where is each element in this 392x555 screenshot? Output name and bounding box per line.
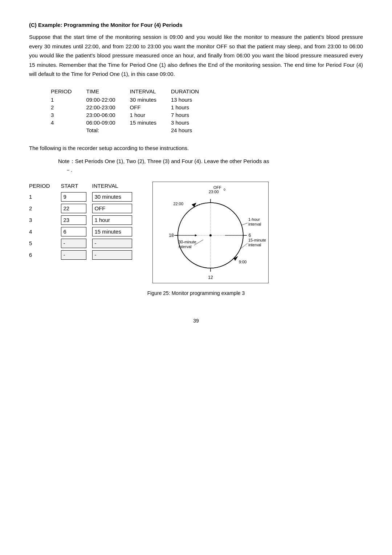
cell-start-3: 23	[61, 214, 92, 226]
cell-duration: 3 hours	[171, 119, 213, 126]
start-input-6[interactable]: -	[61, 250, 86, 260]
15min-label: 15-minute	[248, 238, 266, 242]
recorder-row-2: 2 22 OFF	[29, 203, 138, 214]
interval-input-2[interactable]: OFF	[92, 204, 132, 213]
cell-start-6: -	[61, 249, 92, 261]
section-title: (C) Example: Programming the Monitor for…	[29, 22, 363, 28]
recorder-row-3: 3 23 1 hour	[29, 214, 138, 226]
cell-period-1: 1	[29, 191, 61, 203]
recorder-row-1: 1 9 30 minutes	[29, 191, 138, 203]
cell-time: 23:00-06:00	[86, 111, 130, 119]
table-row: 3 23:00-06:00 1 hour 7 hours	[51, 111, 213, 119]
cell-period: 1	[51, 96, 86, 104]
table-row: 1 09:00-22:00 30 minutes 13 hours	[51, 96, 213, 104]
cell-interval-2: OFF	[92, 203, 138, 214]
recorder-row-6: 6 - -	[29, 249, 138, 261]
figure-caption: Figure 25: Monitor programming example 3	[29, 290, 363, 296]
col-time-header: TIME	[86, 88, 130, 96]
period-table: PERIOD TIME INTERVAL DURATION 1 09:00-22…	[51, 88, 213, 134]
recorder-row-4: 4 6 15 minutes	[29, 226, 138, 238]
zero-label: 0	[224, 188, 225, 191]
note-text: Note：Set Periods One (1), Two (2), Three…	[58, 157, 363, 174]
cell-interval: 30 minutes	[130, 96, 171, 104]
cell-period: 3	[51, 111, 86, 119]
cell-period-2: 2	[29, 203, 61, 214]
cell-time: 06:00-09:00	[86, 119, 130, 126]
cell-interval: 15 minutes	[130, 119, 171, 126]
1hour-label: 1-hour	[248, 217, 260, 222]
table-header-row: PERIOD TIME INTERVAL DURATION	[51, 88, 213, 96]
svg-line-14	[241, 223, 248, 225]
col-duration-header: DURATION	[171, 88, 213, 96]
recorder-table: PERIOD START INTERVAL 1 9 30 minutes 2 2…	[29, 182, 138, 261]
cell-start-4: 6	[61, 226, 92, 238]
page-number: 39	[29, 318, 363, 324]
interval-input-1[interactable]: 30 minutes	[92, 192, 132, 202]
arrow-9	[233, 256, 238, 261]
off-label: OFF	[213, 185, 221, 190]
note-line1: Note：Set Periods One (1), Two (2), Three…	[58, 158, 269, 164]
interval2-label: interval	[179, 244, 191, 249]
start-input-2[interactable]: 22	[61, 204, 86, 213]
cell-interval-1: 30 minutes	[92, 191, 138, 203]
figure-container: PERIOD START INTERVAL 1 9 30 minutes 2 2…	[29, 182, 363, 284]
col-period-header: PERIOD	[29, 182, 61, 191]
30min-label: 30-minute	[179, 240, 196, 244]
cell-time: 22:00-23:00	[86, 104, 130, 111]
interval-input-6[interactable]: -	[92, 250, 132, 260]
interval-input-3[interactable]: 1 hour	[92, 215, 132, 225]
22-label: 22:00	[173, 202, 183, 206]
table-row: 2 22:00-23:00 OFF 1 hours	[51, 104, 213, 111]
cell-period-6: 6	[29, 249, 61, 261]
cell-period-5: 5	[29, 238, 61, 249]
following-text: The following is the recorder setup acco…	[29, 145, 363, 151]
cell-interval: 1 hour	[130, 111, 171, 119]
table-row: 4 06:00-09:00 15 minutes 3 hours	[51, 119, 213, 126]
col-start-header: START	[61, 182, 92, 191]
recorder-header-row: PERIOD START INTERVAL	[29, 182, 138, 191]
23-label: 23:00	[209, 190, 219, 194]
clock-svg: OFF 23:00 0 22:00 18 6 12 9:00 1-hour in…	[152, 182, 269, 283]
18-label: 18	[169, 233, 174, 238]
cell-period-4: 4	[29, 226, 61, 238]
table-row-total: Total: 24 hours	[51, 126, 213, 134]
cell-duration: 1 hours	[171, 104, 213, 111]
start-input-5[interactable]: -	[61, 239, 86, 248]
interval1-label: interval	[248, 222, 261, 226]
cell-interval	[130, 126, 171, 134]
cell-period: 4	[51, 119, 86, 126]
start-input-4[interactable]: 6	[61, 227, 86, 236]
clock-diagram: OFF 23:00 0 22:00 18 6 12 9:00 1-hour in…	[152, 182, 269, 284]
cell-period: 2	[51, 104, 86, 111]
cell-interval-4: 15 minutes	[92, 226, 138, 238]
interval3-label: interval	[248, 243, 261, 247]
9-label: 9:00	[239, 260, 246, 264]
col-interval-header: INTERVAL	[92, 182, 138, 191]
6-label: 6	[248, 233, 251, 238]
cell-interval-5: -	[92, 238, 138, 249]
col-period-header: PERIOD	[51, 88, 86, 96]
col-interval-header: INTERVAL	[130, 88, 171, 96]
cell-start-1: 9	[61, 191, 92, 203]
recorder-table-container: PERIOD START INTERVAL 1 9 30 minutes 2 2…	[29, 182, 138, 261]
cell-interval: OFF	[130, 104, 171, 111]
body-text: Suppose that the start time of the monit…	[29, 32, 363, 79]
start-input-3[interactable]: 23	[61, 215, 86, 225]
note-line2: －.	[65, 167, 72, 173]
interval-input-5[interactable]: -	[92, 239, 132, 248]
interval-input-4[interactable]: 15 minutes	[92, 227, 132, 236]
cell-start-2: 22	[61, 203, 92, 214]
cell-total-label: Total:	[86, 126, 130, 134]
cell-duration: 7 hours	[171, 111, 213, 119]
cell-interval-6: -	[92, 249, 138, 261]
12-label: 12	[208, 275, 213, 280]
start-input-1[interactable]: 9	[61, 192, 86, 202]
cell-start-5: -	[61, 238, 92, 249]
cell-interval-3: 1 hour	[92, 214, 138, 226]
cell-total-value: 24 hours	[171, 126, 213, 134]
cell-period-3: 3	[29, 214, 61, 226]
cell-period	[51, 126, 86, 134]
period-table-container: PERIOD TIME INTERVAL DURATION 1 09:00-22…	[51, 88, 363, 134]
recorder-row-5: 5 - -	[29, 238, 138, 249]
cell-time: 09:00-22:00	[86, 96, 130, 104]
